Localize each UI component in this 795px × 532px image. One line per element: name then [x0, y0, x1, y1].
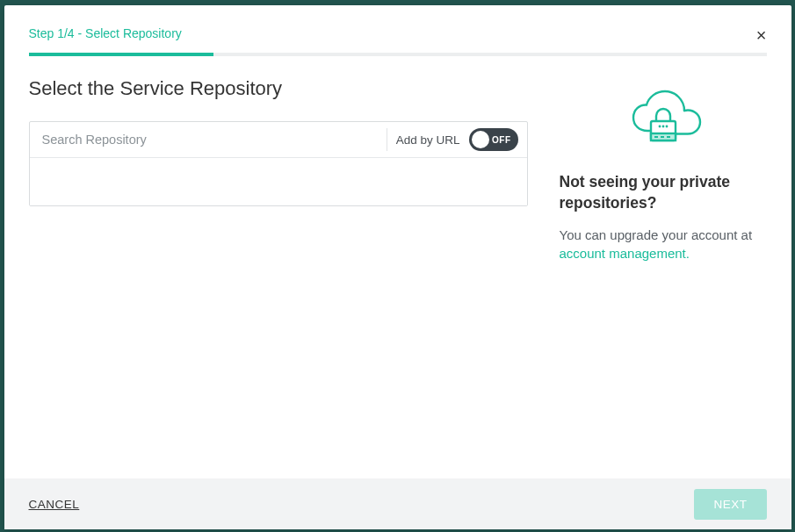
add-by-url-label: Add by URL — [396, 133, 460, 147]
progress-bar-fill — [29, 53, 213, 56]
toggle-state-text: OFF — [492, 135, 511, 145]
svg-point-7 — [665, 126, 668, 128]
modal-dialog: × Step 1/4 - Select Repository Select th… — [4, 5, 791, 529]
info-text: You can upgrade your account at account … — [560, 226, 767, 262]
left-column: Select the Service Repository Add by URL… — [29, 77, 528, 478]
add-by-url-toggle[interactable]: OFF — [469, 128, 518, 151]
info-body-prefix: You can upgrade your account at — [560, 227, 753, 242]
search-row: Add by URL OFF — [30, 122, 527, 158]
page-title: Select the Service Repository — [29, 77, 528, 100]
cloud-lock-icon — [560, 84, 767, 151]
toggle-knob — [472, 131, 489, 148]
search-input[interactable] — [42, 129, 378, 150]
repository-results-list[interactable] — [30, 158, 527, 205]
repository-search-container: Add by URL OFF — [29, 121, 528, 206]
progress-bar-track — [29, 53, 767, 56]
divider — [387, 128, 387, 151]
step-label: Step 1/4 - Select Repository — [29, 26, 767, 40]
modal-body: Select the Service Repository Add by URL… — [4, 56, 791, 478]
right-column: Not seeing your private repositories? Yo… — [560, 77, 767, 478]
cancel-button[interactable]: CANCEL — [29, 498, 80, 511]
account-management-link[interactable]: account management. — [560, 246, 690, 261]
info-heading: Not seeing your private repositories? — [560, 172, 767, 213]
close-icon[interactable]: × — [756, 26, 767, 44]
modal-header: × Step 1/4 - Select Repository — [4, 5, 791, 56]
svg-point-5 — [658, 126, 661, 128]
modal-footer: CANCEL NEXT — [4, 478, 791, 529]
svg-point-6 — [661, 126, 664, 128]
next-button[interactable]: NEXT — [694, 489, 766, 520]
